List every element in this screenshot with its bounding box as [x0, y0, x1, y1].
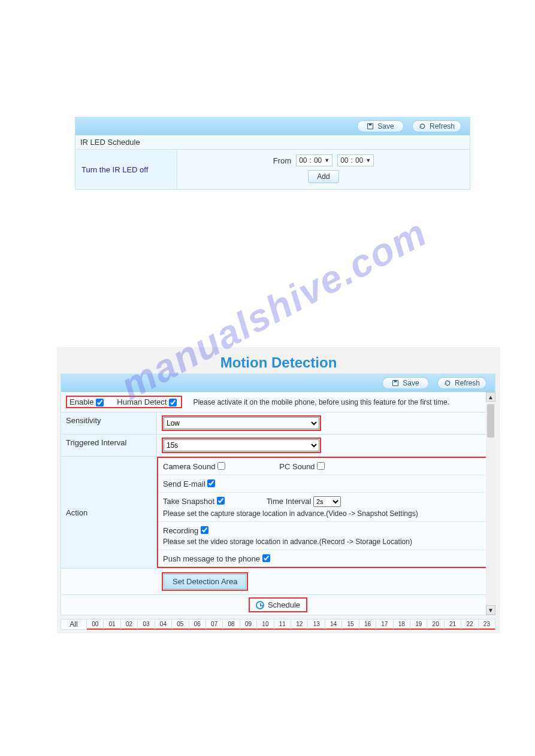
camera-sound-checkbox[interactable]	[217, 462, 225, 470]
hour-cell[interactable]: 00	[87, 619, 104, 630]
push-label: Push message to the phone	[163, 554, 260, 563]
snapshot-hint: Please set the capture storage location …	[163, 509, 489, 518]
schedule-label: Schedule	[268, 600, 300, 609]
from-label: From	[273, 156, 291, 165]
svg-rect-3	[394, 381, 397, 382]
hour-cell[interactable]: 12	[291, 619, 308, 630]
sensitivity-select[interactable]: Low	[164, 417, 319, 429]
vertical-scrollbar[interactable]: ▲ ▼	[486, 392, 495, 615]
recording-hint: Please set the video storage location in…	[163, 538, 489, 546]
hour-cell[interactable]: 02	[121, 619, 138, 630]
send-email-label: Send E-mail	[163, 479, 205, 488]
snapshot-row: Take Snapshot Time Interval 2s Please se…	[158, 492, 494, 521]
hour-cell[interactable]: 05	[172, 619, 189, 630]
save-icon	[367, 123, 374, 130]
hour-cell[interactable]: 18	[394, 619, 410, 630]
time-to-picker[interactable]: 00 : 00 ▼	[337, 154, 374, 166]
refresh-label: Refresh	[455, 379, 480, 387]
hour-cell[interactable]: 23	[479, 619, 495, 630]
time-interval-select[interactable]: 2s	[313, 496, 341, 507]
recording-label: Recording	[163, 526, 198, 535]
send-email-checkbox[interactable]	[207, 479, 215, 487]
recording-checkbox[interactable]	[201, 526, 208, 534]
triggered-interval-select[interactable]: 15s	[164, 439, 319, 451]
schedule-grid: All 000102030405060708091011121314151617…	[61, 619, 495, 630]
hour-cell[interactable]: 16	[359, 619, 376, 630]
hour-cell[interactable]: 17	[376, 619, 393, 630]
sound-row: Camera Sound PC Sound	[158, 458, 494, 475]
clock-icon	[256, 601, 264, 609]
save-button[interactable]: Save	[382, 377, 429, 389]
motion-detection-form: Save Refresh Enable Human Detect Please …	[61, 374, 495, 615]
schedule-all-button[interactable]: All	[61, 619, 87, 630]
toolbar: Save Refresh	[61, 374, 495, 392]
snapshot-checkbox[interactable]	[217, 497, 225, 505]
enable-checkbox[interactable]	[96, 399, 104, 406]
save-label: Save	[377, 122, 394, 130]
pc-sound-label: PC Sound	[279, 462, 315, 471]
refresh-icon	[419, 123, 426, 130]
set-area-label: Set Detection Area	[173, 577, 237, 586]
time-from-picker[interactable]: 00 : 00 ▼	[296, 154, 333, 166]
ir-row-label: Turn the IR LED off	[75, 150, 177, 189]
sensitivity-row: Sensitivity Low	[61, 412, 495, 434]
schedule-toggle[interactable]: Schedule	[249, 597, 307, 612]
human-detect-checkbox[interactable]	[169, 399, 177, 406]
activate-note: Please activate it on the mobile phone, …	[193, 398, 449, 406]
time-interval-label: Time Interval	[267, 497, 312, 506]
time-to-min: 00	[355, 156, 363, 165]
section-title: IR LED Schedule	[75, 135, 470, 150]
ir-led-panel: Save Refresh IR LED Schedule Turn the IR…	[75, 117, 470, 190]
hour-cell[interactable]: 21	[445, 619, 461, 630]
refresh-label: Refresh	[430, 122, 455, 130]
enable-row: Enable Human Detect Please activate it o…	[61, 392, 495, 412]
camera-sound-label: Camera Sound	[163, 462, 215, 471]
chevron-down-icon: ▼	[365, 157, 371, 163]
all-label: All	[69, 620, 77, 629]
recording-row: Recording Please set the video storage l…	[158, 521, 494, 549]
hour-cell[interactable]: 09	[240, 619, 257, 630]
refresh-button[interactable]: Refresh	[437, 377, 486, 389]
sensitivity-label: Sensitivity	[61, 412, 157, 434]
hour-cell[interactable]: 01	[104, 619, 120, 630]
hour-cell[interactable]: 13	[308, 619, 325, 630]
save-label: Save	[403, 379, 419, 387]
hour-cell[interactable]: 03	[138, 619, 155, 630]
hour-cell[interactable]: 06	[189, 619, 206, 630]
hour-cell[interactable]: 10	[257, 619, 274, 630]
time-from-min: 00	[314, 156, 322, 165]
save-button[interactable]: Save	[357, 120, 404, 132]
add-button[interactable]: Add	[308, 170, 339, 183]
refresh-icon	[444, 379, 451, 387]
hour-cell[interactable]: 11	[274, 619, 291, 630]
refresh-button[interactable]: Refresh	[412, 120, 461, 132]
motion-detection-panel: Motion Detection Save Refresh Enable	[57, 347, 500, 633]
hour-cell[interactable]: 04	[155, 619, 172, 630]
hour-cell[interactable]: 19	[410, 619, 427, 630]
human-detect-label: Human Detect	[117, 397, 167, 406]
hour-cell[interactable]: 08	[223, 619, 240, 630]
action-label: Action	[61, 457, 157, 568]
time-from-hour: 00	[299, 156, 307, 165]
set-detection-area-button[interactable]: Set Detection Area	[164, 574, 246, 589]
hour-cell[interactable]: 15	[342, 619, 359, 630]
time-range-row: From 00 : 00 ▼ 00 : 00 ▼	[273, 154, 374, 166]
detection-area-row: Set Detection Area	[61, 568, 495, 594]
hour-cell[interactable]: 20	[427, 619, 444, 630]
schedule-row: Schedule	[61, 594, 495, 615]
enable-label: Enable	[69, 397, 93, 406]
pc-sound-checkbox[interactable]	[317, 462, 325, 470]
push-row: Push message to the phone	[158, 549, 494, 567]
email-row: Send E-mail	[158, 475, 494, 492]
scroll-down-icon[interactable]: ▼	[486, 605, 495, 615]
hour-cell[interactable]: 14	[325, 619, 342, 630]
svg-rect-1	[369, 124, 372, 126]
triggered-interval-label: Triggered Interval	[61, 435, 157, 456]
scroll-thumb[interactable]	[487, 404, 494, 438]
scroll-up-icon[interactable]: ▲	[486, 392, 495, 402]
hours-header: 0001020304050607080910111213141516171819…	[87, 619, 495, 630]
take-snapshot-label: Take Snapshot	[163, 497, 214, 506]
push-checkbox[interactable]	[262, 554, 270, 562]
hour-cell[interactable]: 07	[206, 619, 223, 630]
hour-cell[interactable]: 22	[461, 619, 478, 630]
